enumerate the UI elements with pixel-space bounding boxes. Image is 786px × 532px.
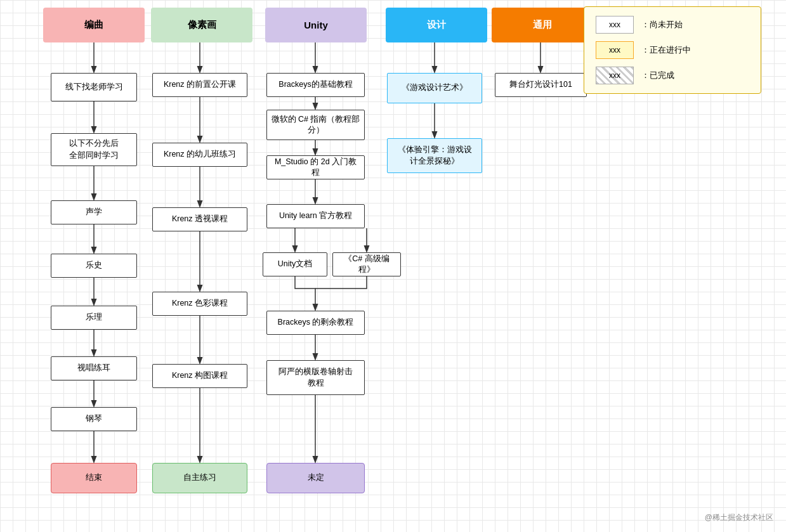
bq8: 结束: [51, 463, 137, 493]
bq2: 以下不分先后全部同时学习: [51, 133, 137, 166]
watermark: @稀土掘金技术社区: [705, 512, 773, 523]
legend-box-not-started: xxx: [596, 16, 634, 34]
px3: Krenz 透视课程: [152, 207, 247, 231]
col-unity: Unity: [265, 8, 367, 42]
px1: Krenz 的前置公开课: [152, 73, 247, 97]
legend-item-in-progress: xxx ：正在进行中: [596, 41, 749, 59]
col-bianqu: 编曲: [43, 8, 145, 42]
legend: xxx ：尚未开始 xxx ：正在进行中 xxx ：已完成: [584, 6, 761, 94]
ty1: 舞台灯光设计101: [495, 73, 587, 97]
un4: Unity learn 官方教程: [266, 204, 365, 228]
sj1: 《游戏设计艺术》: [387, 73, 482, 103]
un1: Brackeys的基础教程: [266, 73, 365, 97]
legend-item-not-started: xxx ：尚未开始: [596, 16, 749, 34]
px5: Krenz 构图课程: [152, 364, 247, 388]
px6: 自主练习: [152, 463, 247, 493]
col-sheji: 设计: [386, 8, 487, 42]
un6: 《C# 高级编程》: [332, 252, 401, 276]
un5: Unity文档: [263, 252, 327, 276]
un9: 未定: [266, 463, 365, 493]
bq4: 乐史: [51, 254, 137, 278]
legend-box-in-progress: xxx: [596, 41, 634, 59]
px4: Krenz 色彩课程: [152, 292, 247, 316]
un7: Brackeys 的剩余教程: [266, 311, 365, 335]
bq1: 线下找老师学习: [51, 73, 137, 101]
legend-box-done: xxx: [596, 67, 634, 84]
bq5: 乐理: [51, 306, 137, 330]
col-pixiao: 像素画: [151, 8, 252, 42]
bq6: 视唱练耳: [51, 356, 137, 380]
bq7: 钢琴: [51, 407, 137, 431]
bq3: 声学: [51, 200, 137, 224]
un8: 阿严的横版卷轴射击教程: [266, 360, 365, 395]
sj2: 《体验引擎：游戏设计全景探秘》: [387, 138, 482, 173]
px2: Krenz 的幼儿班练习: [152, 143, 247, 167]
un2: 微软的 C# 指南（教程部分）: [266, 110, 365, 140]
legend-item-done: xxx ：已完成: [596, 67, 749, 84]
col-tongyong: 通用: [492, 8, 593, 42]
un3: M_Studio 的 2d 入门教程: [266, 155, 365, 179]
